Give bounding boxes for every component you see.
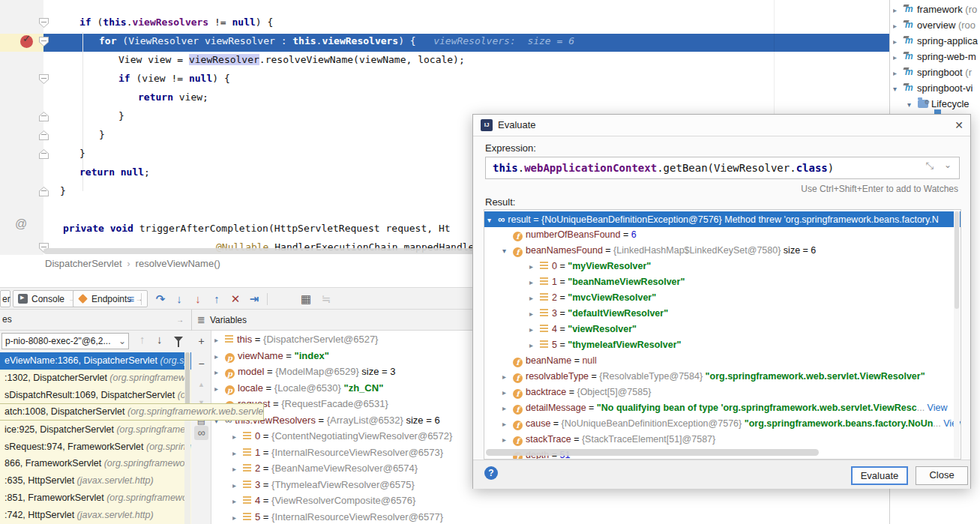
chevron-right-icon[interactable]: ▸ (232, 493, 243, 508)
result-tree-row[interactable]: ▸fresolvableType = {ResolvableType@7584}… (484, 369, 961, 385)
variable-row[interactable]: ▸5 = {InternalResourceViewResolver@6577} (232, 509, 472, 524)
chevron-right-icon[interactable]: ▸ (232, 445, 243, 460)
fold-marker-icon[interactable] (39, 149, 49, 159)
close-icon[interactable]: ✕ (955, 115, 964, 136)
result-tree-row[interactable]: ▾fbeanNamesFound = {LinkedHashMap$Linked… (484, 243, 961, 259)
run-to-cursor-button[interactable]: ⇥ (246, 291, 262, 307)
remove-watch-button[interactable]: − (194, 357, 208, 371)
result-tree-row[interactable]: fbeanName = null (484, 353, 961, 369)
step-into-button[interactable]: ↓ (171, 291, 187, 307)
stack-frame-row[interactable]: sRequest:974, FrameworkServlet (org.spri… (0, 439, 191, 456)
frame-down-button[interactable]: ↓ (157, 333, 163, 346)
breakpoint-icon[interactable] (20, 35, 33, 48)
variable-row[interactable]: ▸pviewName = "index" (214, 348, 472, 364)
add-watch-button[interactable]: + (194, 334, 208, 349)
force-step-into-button[interactable]: ↓ (190, 291, 206, 307)
chevron-right-icon[interactable]: ▸ (893, 34, 904, 49)
chevron-right-icon[interactable]: ▸ (529, 259, 540, 274)
threads-view-button[interactable]: ≡ (123, 291, 139, 307)
result-tree-row[interactable]: ▸fbacktrace = {Object[5]@7585} (484, 385, 961, 400)
result-tree-row[interactable]: ▸5 = "thymeleafViewResolver" (484, 337, 961, 353)
help-icon[interactable]: ? (484, 466, 498, 480)
maven-tree-item[interactable]: ▾Lifecycle (907, 96, 980, 112)
variable-row[interactable]: ▸3 = {ThymeleafViewResolver@6575} (232, 477, 472, 493)
chevron-down-icon[interactable]: ▾ (502, 243, 513, 259)
chevron-down-icon[interactable]: ▾ (487, 212, 498, 227)
variable-row[interactable]: ▸1 = {InternalResourceViewResolver@6573} (232, 445, 472, 460)
chevron-right-icon[interactable]: ▸ (502, 369, 513, 385)
chevron-right-icon[interactable]: ▸ (232, 461, 243, 476)
variable-row[interactable]: ▸plocale = {Locale@6530} "zh_CN" (214, 380, 472, 396)
breadcrumb-class[interactable]: DispatcherServlet (45, 258, 122, 269)
chevron-right-icon[interactable]: ▸ (529, 290, 540, 306)
chevron-right-icon[interactable]: ▸ (502, 385, 513, 400)
result-tree-row[interactable]: ▸fstackTrace = {StackTraceElement[51]@75… (484, 432, 961, 448)
fold-marker-icon[interactable] (39, 18, 49, 28)
evaluate-expression-button[interactable]: ▦ (298, 291, 314, 307)
chevron-right-icon[interactable]: ▸ (214, 364, 225, 379)
step-over-button[interactable]: ↷ (152, 291, 169, 307)
chevron-right-icon[interactable]: ▸ (214, 349, 225, 364)
maven-tree-item[interactable]: ▸springboot (r (893, 64, 980, 80)
fold-marker-icon[interactable] (39, 130, 49, 140)
result-tree-row[interactable]: ▾∞result = {NoUniqueBeanDefinitionExcept… (484, 211, 961, 227)
expand-expression-icon[interactable]: ⤢ (924, 162, 936, 169)
chevron-right-icon[interactable]: ▸ (893, 65, 904, 80)
tab-console[interactable]: Console → (13, 290, 81, 307)
close-button[interactable]: Close (916, 466, 968, 485)
chevron-right-icon[interactable]: ▸ (529, 274, 540, 290)
chevron-right-icon[interactable]: ▸ (502, 416, 513, 432)
chevron-right-icon[interactable]: ▸ (893, 49, 904, 64)
variable-row[interactable]: ▸0 = {ContentNegotiatingViewResolver@657… (232, 428, 472, 444)
chevron-right-icon[interactable]: ▸ (893, 18, 904, 33)
chevron-right-icon[interactable]: ▸ (232, 429, 243, 444)
chevron-right-icon[interactable]: ▸ (529, 322, 540, 337)
stack-frame-row[interactable]: sDispatchResult:1069, DispatcherServlet … (0, 387, 191, 404)
chevron-right-icon[interactable]: ▸ (214, 332, 225, 347)
stack-frame-row[interactable]: :635, HttpServlet (javax.servlet.http) (0, 472, 191, 490)
filter-frames-icon[interactable] (174, 337, 183, 342)
step-out-button[interactable]: ↑ (208, 291, 225, 307)
chevron-right-icon[interactable]: ▸ (214, 381, 225, 396)
chevron-right-icon[interactable]: ▸ (232, 478, 243, 493)
chevron-down-icon[interactable]: ▾ (907, 97, 918, 112)
evaluate-dialog-titlebar[interactable]: IJ Evaluate ✕ (473, 115, 970, 136)
chevron-right-icon[interactable]: ▸ (529, 337, 540, 353)
maven-tree-item[interactable]: ▸framework (ro (893, 1, 980, 17)
result-tree-row[interactable]: ▸4 = "viewResolver" (484, 322, 961, 337)
layout-settings-button[interactable]: ≒ (318, 291, 334, 307)
breadcrumb-method[interactable]: resolveViewName() (136, 258, 220, 269)
maven-tree-item[interactable]: ▸spring-applica (893, 33, 980, 49)
result-tree-row[interactable]: ▸0 = "myViewResolver" (484, 259, 961, 274)
stack-frame-row[interactable]: ice:925, DispatcherServlet (org.springfr… (0, 421, 191, 439)
drop-frame-button[interactable]: ✕ (227, 291, 244, 307)
chevron-right-icon[interactable]: ▸ (529, 306, 540, 322)
tab-debugger-cut[interactable]: er (0, 290, 10, 307)
fold-marker-icon[interactable] (39, 74, 49, 84)
breadcrumb[interactable]: DispatcherServlet›resolveViewName() (45, 256, 220, 271)
chevron-right-icon[interactable]: ▸ (232, 510, 243, 524)
chevron-right-icon[interactable]: ▸ (893, 2, 904, 17)
result-tree-row[interactable]: ▸fdetailMessage = "No qualifying bean of… (484, 400, 961, 416)
chevron-right-icon[interactable]: ▸ (502, 400, 513, 416)
result-tree[interactable]: ▾∞result = {NoUniqueBeanDefinitionExcept… (484, 209, 961, 460)
result-tree-row[interactable]: ▸2 = "mvcViewResolver" (484, 290, 961, 306)
variable-row[interactable]: ▸4 = {ViewResolverComposite@6576} (232, 493, 472, 508)
result-tree-row[interactable]: fnumberOfBeansFound = 6 (484, 227, 961, 243)
fold-marker-icon[interactable] (39, 187, 49, 196)
result-vertical-scrollbar-thumb[interactable] (955, 211, 959, 309)
expression-input[interactable]: this.webApplicationContext.getBean(ViewR… (485, 157, 960, 179)
stack-frame-row[interactable]: :742, HttpServlet (javax.servlet.http) (0, 507, 191, 524)
maven-tree-item[interactable]: ▸spring-web-m (893, 49, 980, 64)
frames-scrollbar-thumb[interactable] (185, 352, 190, 409)
result-tree-row[interactable]: ▸3 = "defaultViewResolver" (484, 306, 961, 322)
result-horizontal-scrollbar[interactable] (486, 449, 819, 456)
frame-up-button[interactable]: ↑ (139, 333, 145, 346)
stack-frame-row[interactable]: :1302, DispatcherServlet (org.springfram… (0, 370, 191, 387)
stack-frame-row[interactable]: :851, FrameworkServlet (org.springframew… (0, 490, 191, 507)
chevron-down-icon[interactable]: ⌄ (944, 160, 952, 170)
maven-tree-item[interactable]: ▾springboot-vi (893, 80, 980, 96)
chevron-down-icon[interactable]: ▾ (893, 81, 904, 96)
variable-row[interactable]: ▸pmodel = {ModelMap@6529} size = 3 (214, 364, 472, 379)
variable-row[interactable]: ▸this = {DispatcherServlet@6527} (214, 331, 472, 347)
